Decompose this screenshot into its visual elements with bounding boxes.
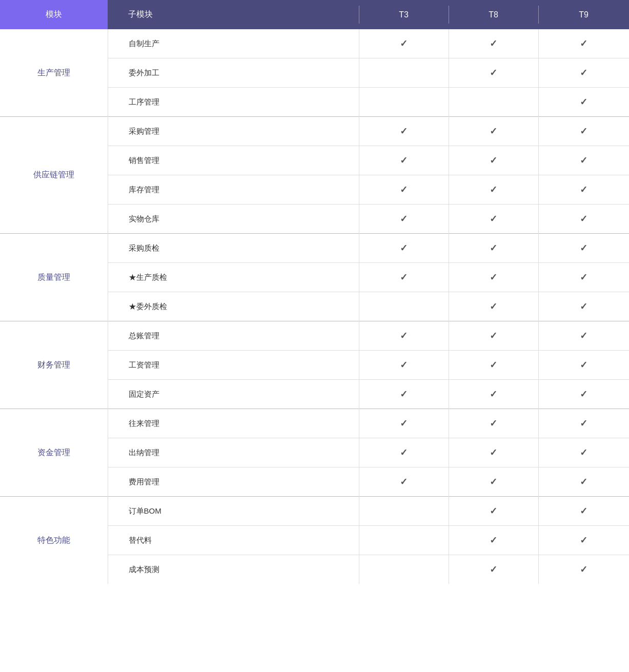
checkmark-icon: ✓ xyxy=(580,506,587,516)
check-t8: ✓ xyxy=(449,351,538,380)
checkmark-icon: ✓ xyxy=(400,38,408,49)
table-wrapper: 模块 子模块 T3 T8 T9 生产管理自制生产✓✓✓委外加工✓✓工序管理✓供应… xyxy=(0,0,629,672)
header-module: 模块 xyxy=(0,0,108,29)
check-t9: ✓ xyxy=(538,526,629,555)
checkmark-icon: ✓ xyxy=(400,477,408,487)
submodule-cell: 委外加工 xyxy=(108,58,359,88)
submodule-cell: 工资管理 xyxy=(108,351,359,380)
check-t3: ✓ xyxy=(359,438,449,467)
check-t3: ✓ xyxy=(359,263,449,292)
checkmark-icon: ✓ xyxy=(400,185,408,195)
check-t9: ✓ xyxy=(538,467,629,497)
table-row: 财务管理总账管理✓✓✓ xyxy=(0,321,629,351)
checkmark-icon: ✓ xyxy=(400,360,408,370)
check-t3 xyxy=(359,88,449,117)
checkmark-icon: ✓ xyxy=(580,447,587,458)
check-t8: ✓ xyxy=(449,438,538,467)
submodule-cell: 销售管理 xyxy=(108,146,359,175)
checkmark-icon: ✓ xyxy=(400,155,408,166)
check-t3: ✓ xyxy=(359,351,449,380)
table-row: 资金管理往来管理✓✓✓ xyxy=(0,409,629,438)
check-t8: ✓ xyxy=(449,292,538,321)
checkmark-icon: ✓ xyxy=(580,97,587,107)
check-t9: ✓ xyxy=(538,88,629,117)
checkmark-icon: ✓ xyxy=(400,331,408,341)
submodule-cell: 采购质检 xyxy=(108,234,359,263)
check-t8: ✓ xyxy=(449,205,538,234)
check-t8: ✓ xyxy=(449,117,538,146)
module-cell: 资金管理 xyxy=(0,409,108,497)
checkmark-icon: ✓ xyxy=(490,564,497,575)
check-t9: ✓ xyxy=(538,58,629,88)
checkmark-icon: ✓ xyxy=(580,214,587,224)
checkmark-icon: ✓ xyxy=(490,272,497,282)
check-t3: ✓ xyxy=(359,205,449,234)
check-t9: ✓ xyxy=(538,292,629,321)
check-t3: ✓ xyxy=(359,409,449,438)
submodule-cell: 实物仓库 xyxy=(108,205,359,234)
checkmark-icon: ✓ xyxy=(400,389,408,399)
check-t9: ✓ xyxy=(538,146,629,175)
submodule-cell: 往来管理 xyxy=(108,409,359,438)
submodule-cell: 订单BOM xyxy=(108,497,359,526)
checkmark-icon: ✓ xyxy=(490,477,497,487)
check-t8: ✓ xyxy=(449,58,538,88)
checkmark-icon: ✓ xyxy=(580,389,587,399)
check-t9: ✓ xyxy=(538,321,629,351)
submodule-cell: 工序管理 xyxy=(108,88,359,117)
check-t9: ✓ xyxy=(538,205,629,234)
module-cell: 质量管理 xyxy=(0,234,108,321)
check-t8: ✓ xyxy=(449,497,538,526)
checkmark-icon: ✓ xyxy=(580,155,587,166)
check-t3: ✓ xyxy=(359,467,449,497)
checkmark-icon: ✓ xyxy=(580,418,587,429)
table-row: 特色功能订单BOM✓✓ xyxy=(0,497,629,526)
check-t8: ✓ xyxy=(449,526,538,555)
checkmark-icon: ✓ xyxy=(490,68,497,78)
check-t8: ✓ xyxy=(449,146,538,175)
checkmark-icon: ✓ xyxy=(400,243,408,253)
check-t9: ✓ xyxy=(538,409,629,438)
checkmark-icon: ✓ xyxy=(490,126,497,136)
check-t8: ✓ xyxy=(449,321,538,351)
table-header-row: 模块 子模块 T3 T8 T9 xyxy=(0,0,629,29)
check-t9: ✓ xyxy=(538,497,629,526)
header-t9: T9 xyxy=(538,0,629,29)
check-t3: ✓ xyxy=(359,29,449,58)
submodule-cell: ★生产质检 xyxy=(108,263,359,292)
checkmark-icon: ✓ xyxy=(490,155,497,166)
checkmark-icon: ✓ xyxy=(490,185,497,195)
checkmark-icon: ✓ xyxy=(580,185,587,195)
checkmark-icon: ✓ xyxy=(580,243,587,253)
check-t8: ✓ xyxy=(449,467,538,497)
checkmark-icon: ✓ xyxy=(580,564,587,575)
check-t3: ✓ xyxy=(359,175,449,205)
checkmark-icon: ✓ xyxy=(490,301,497,312)
module-cell: 财务管理 xyxy=(0,321,108,409)
header-t3: T3 xyxy=(359,0,449,29)
checkmark-icon: ✓ xyxy=(580,535,587,545)
checkmark-icon: ✓ xyxy=(580,477,587,487)
check-t3 xyxy=(359,497,449,526)
checkmark-icon: ✓ xyxy=(580,331,587,341)
check-t8: ✓ xyxy=(449,555,538,584)
table-row: 供应链管理采购管理✓✓✓ xyxy=(0,117,629,146)
checkmark-icon: ✓ xyxy=(490,214,497,224)
header-t8: T8 xyxy=(449,0,538,29)
submodule-cell: 自制生产 xyxy=(108,29,359,58)
checkmark-icon: ✓ xyxy=(400,126,408,136)
check-t3: ✓ xyxy=(359,117,449,146)
check-t3 xyxy=(359,292,449,321)
checkmark-icon: ✓ xyxy=(580,272,587,282)
checkmark-icon: ✓ xyxy=(580,68,587,78)
check-t8 xyxy=(449,88,538,117)
submodule-cell: 成本预测 xyxy=(108,555,359,584)
checkmark-icon: ✓ xyxy=(490,243,497,253)
check-t3: ✓ xyxy=(359,321,449,351)
header-submodule: 子模块 xyxy=(108,0,359,29)
comparison-table: 模块 子模块 T3 T8 T9 生产管理自制生产✓✓✓委外加工✓✓工序管理✓供应… xyxy=(0,0,629,584)
check-t3 xyxy=(359,526,449,555)
check-t3 xyxy=(359,58,449,88)
checkmark-icon: ✓ xyxy=(490,506,497,516)
checkmark-icon: ✓ xyxy=(580,301,587,312)
